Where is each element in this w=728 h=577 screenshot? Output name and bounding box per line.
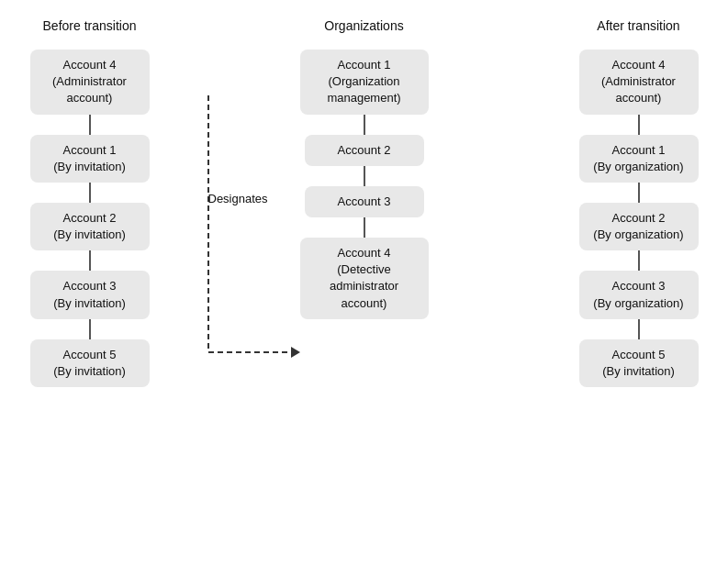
before-box-1: Account 4 (Administrator account) [30, 50, 150, 115]
org-box-4: Account 4 (Detective administrator accou… [300, 238, 429, 319]
after-boxes: Account 4 (Administrator account) Accoun… [579, 50, 699, 387]
connector [638, 115, 640, 135]
before-box-4: Account 3 (By invitation) [30, 271, 150, 318]
after-box-3: Account 2 (By organization) [579, 203, 699, 250]
before-box-3: Account 2 (By invitation) [30, 203, 150, 250]
connector [364, 217, 365, 238]
connector [638, 183, 640, 203]
after-title: After transition [597, 18, 679, 33]
connector [364, 115, 365, 135]
svg-marker-2 [291, 347, 300, 358]
before-box-5: Account 5 (By invitation) [30, 339, 150, 387]
org-section: Organizations Designates Account 1 (Orga… [273, 18, 456, 319]
connector [89, 319, 91, 339]
org-box-2: Account 2 [305, 135, 424, 166]
dashed-arrow-svg [199, 68, 309, 407]
after-box-5: Account 5 (By invitation) [579, 339, 699, 387]
before-box-2: Account 1 (By invitation) [30, 135, 150, 183]
connector [89, 250, 91, 271]
org-title: Organizations [324, 18, 403, 33]
after-box-4: Account 3 (By organization) [579, 271, 699, 318]
diagram-wrapper: Before transition Account 4 (Administrat… [18, 18, 710, 387]
before-title: Before transition [43, 18, 137, 33]
connector [89, 115, 91, 135]
connector [364, 166, 365, 186]
before-boxes: Account 4 (Administrator account) Accoun… [30, 50, 150, 387]
after-box-1: Account 4 (Administrator account) [579, 50, 699, 115]
connector [638, 319, 640, 339]
after-section: After transition Account 4 (Administrato… [567, 18, 710, 387]
org-box-1: Account 1 (Organization management) [300, 50, 429, 115]
before-section: Before transition Account 4 (Administrat… [18, 18, 161, 387]
connector [638, 250, 640, 271]
designates-label: Designates [208, 192, 268, 205]
connector [89, 183, 91, 203]
org-box-3: Account 3 [305, 186, 424, 217]
after-box-2: Account 1 (By organization) [579, 135, 699, 183]
